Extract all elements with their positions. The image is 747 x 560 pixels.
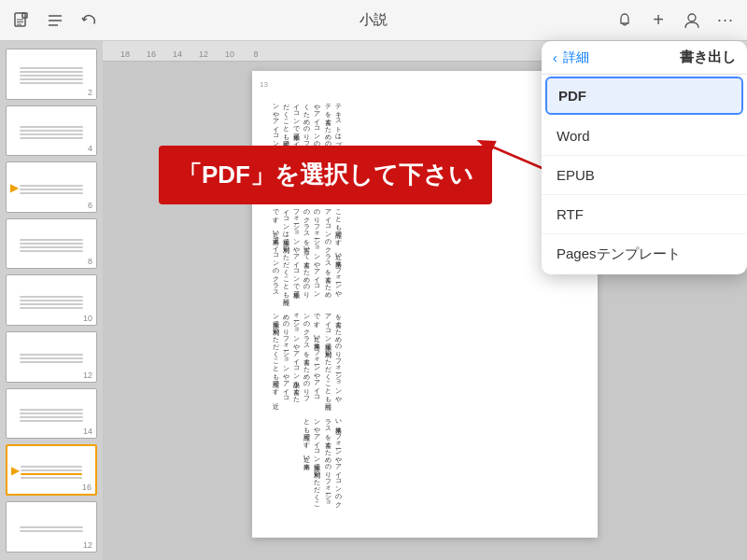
more-icon[interactable]: ··· bbox=[715, 10, 736, 31]
thumb-number: 6 bbox=[88, 201, 92, 210]
thumb-line bbox=[20, 307, 82, 309]
ruler-mark-16: 16 bbox=[138, 49, 164, 59]
thumb-line bbox=[20, 130, 82, 132]
thumb-line bbox=[20, 420, 82, 422]
bell-icon[interactable] bbox=[614, 10, 635, 31]
thumb-line bbox=[20, 71, 82, 73]
document-title: 小説 bbox=[359, 11, 388, 29]
format-icon[interactable] bbox=[45, 10, 65, 31]
thumb-content bbox=[20, 239, 82, 252]
thumb-line bbox=[20, 530, 82, 532]
thumb-number: 4 bbox=[88, 144, 92, 153]
thumb-number: 16 bbox=[82, 483, 92, 492]
ruler-mark-14: 14 bbox=[164, 49, 190, 59]
thumb-page-5[interactable]: 10 bbox=[6, 274, 97, 326]
thumb-number: 12 bbox=[83, 371, 92, 380]
thumb-line bbox=[20, 137, 82, 139]
undo-icon[interactable] bbox=[78, 10, 99, 31]
export-label-epub: EPUB bbox=[557, 167, 595, 183]
thumb-line bbox=[20, 189, 82, 190]
export-item-rtf[interactable]: RTF bbox=[542, 195, 747, 234]
thumb-line bbox=[21, 473, 82, 475]
thumb-line bbox=[20, 413, 82, 414]
thumb-content bbox=[20, 296, 82, 309]
thumb-line bbox=[20, 133, 82, 135]
thumb-content bbox=[20, 409, 82, 422]
thumb-line bbox=[21, 466, 82, 468]
thumb-number: 14 bbox=[83, 427, 92, 436]
thumb-line bbox=[20, 192, 82, 194]
play-icon: ▶ bbox=[10, 181, 19, 194]
svg-point-8 bbox=[688, 14, 696, 21]
thumb-line bbox=[20, 357, 82, 359]
thumb-line bbox=[20, 303, 82, 305]
thumb-line bbox=[20, 250, 82, 252]
page-indicator: 13 bbox=[260, 80, 268, 89]
toolbar-left-group bbox=[11, 10, 99, 31]
thumb-line bbox=[20, 246, 82, 248]
thumb-page-7[interactable]: 14 bbox=[6, 388, 97, 440]
thumb-content bbox=[20, 354, 82, 363]
export-panel-title: 書き出し bbox=[680, 49, 736, 66]
thumb-line bbox=[20, 296, 82, 298]
thumb-content bbox=[20, 185, 82, 194]
export-label-pages: Pagesテンプレート bbox=[557, 245, 681, 261]
thumb-number: 10 bbox=[83, 314, 92, 323]
annotation-box: 「PDF」を選択して下さい bbox=[159, 146, 492, 204]
annotation-text: 「PDF」を選択して下さい bbox=[177, 161, 473, 189]
thumb-content bbox=[20, 526, 82, 532]
thumb-page-6[interactable]: 12 bbox=[6, 331, 97, 383]
thumb-line bbox=[21, 477, 82, 479]
thumb-line bbox=[20, 526, 82, 528]
export-item-pdf[interactable]: PDF bbox=[545, 77, 743, 115]
thumb-line bbox=[20, 416, 82, 418]
thumb-line bbox=[20, 243, 82, 245]
thumb-line bbox=[20, 239, 82, 241]
plus-icon[interactable]: + bbox=[648, 10, 669, 31]
export-panel: ‹ 詳細 書き出し PDF Word EPUB RTF Pagesテンプレート bbox=[542, 41, 747, 274]
thumb-number: 12 bbox=[83, 540, 92, 550]
back-label[interactable]: 詳細 bbox=[563, 49, 589, 66]
thumb-line bbox=[20, 126, 82, 128]
thumb-line bbox=[20, 78, 82, 80]
ruler-mark-12: 12 bbox=[190, 49, 217, 59]
thumb-line bbox=[20, 409, 82, 411]
export-label-pdf: PDF bbox=[558, 88, 586, 104]
export-item-word[interactable]: Word bbox=[542, 117, 747, 156]
export-label-word: Word bbox=[557, 128, 590, 144]
ruler-mark-10: 10 bbox=[217, 49, 243, 59]
thumb-line bbox=[20, 67, 82, 69]
thumb-page-3[interactable]: ▶ 6 bbox=[6, 161, 97, 213]
thumb-number: 2 bbox=[88, 88, 92, 97]
export-item-pages[interactable]: Pagesテンプレート bbox=[542, 234, 747, 274]
thumb-content bbox=[20, 67, 82, 84]
thumbnail-sidebar: 2 4 ▶ 6 bbox=[0, 41, 103, 560]
export-item-epub[interactable]: EPUB bbox=[542, 156, 747, 195]
thumb-line bbox=[20, 75, 82, 77]
thumb-page-8-active[interactable]: ▶ 16 bbox=[6, 444, 97, 496]
thumb-content bbox=[21, 466, 82, 479]
thumb-line bbox=[20, 300, 82, 301]
toolbar-right-group: + ··· bbox=[614, 10, 736, 31]
top-toolbar: 小説 + ··· bbox=[0, 0, 747, 41]
back-arrow-icon[interactable]: ‹ bbox=[553, 50, 557, 65]
thumb-page-2[interactable]: 4 bbox=[6, 105, 97, 157]
export-panel-header: ‹ 詳細 書き出し bbox=[542, 41, 747, 75]
ruler-mark-8: 8 bbox=[243, 49, 269, 59]
thumb-line bbox=[20, 354, 82, 356]
thumb-line bbox=[20, 185, 82, 187]
thumb-line bbox=[20, 361, 82, 363]
play-icon: ▶ bbox=[11, 464, 20, 477]
thumb-line bbox=[20, 82, 82, 84]
title-text: 小説 bbox=[359, 11, 388, 27]
user-icon[interactable] bbox=[682, 10, 702, 31]
thumb-number: 8 bbox=[88, 257, 92, 266]
thumb-content bbox=[20, 126, 82, 139]
ruler-mark-18: 18 bbox=[112, 49, 138, 59]
export-label-rtf: RTF bbox=[557, 206, 584, 222]
thumb-page-1[interactable]: 2 bbox=[6, 49, 97, 100]
thumb-page-4[interactable]: 8 bbox=[6, 218, 97, 270]
doc-type-icon[interactable] bbox=[11, 10, 32, 31]
thumb-line bbox=[21, 469, 82, 471]
thumb-page-9[interactable]: 12 bbox=[6, 501, 97, 553]
